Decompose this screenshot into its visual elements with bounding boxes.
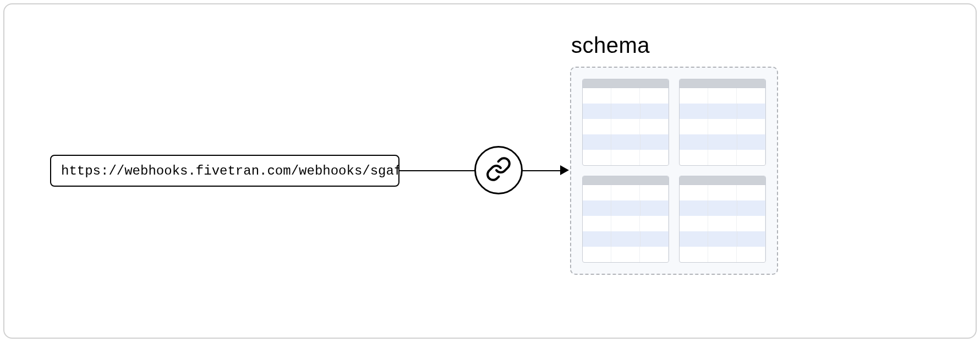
- webhook-url-box: https://webhooks.fivetran.com/webhooks/s…: [50, 155, 399, 187]
- link-icon: [485, 156, 512, 184]
- webhook-url-text: https://webhooks.fivetran.com/webhooks/s…: [61, 164, 399, 178]
- arrow-head-icon: [560, 165, 569, 175]
- schema-container: [570, 67, 778, 275]
- mini-table-body: [680, 185, 765, 262]
- mini-table: [679, 176, 766, 263]
- mini-table: [679, 79, 766, 166]
- mini-table-body: [583, 185, 669, 262]
- mini-table-body: [680, 88, 765, 165]
- mini-table: [582, 79, 669, 166]
- schema-label: schema: [571, 33, 650, 58]
- mini-table-header: [583, 79, 669, 88]
- mini-table-header: [680, 79, 765, 88]
- mini-table: [582, 176, 669, 263]
- mini-table-header: [680, 176, 765, 185]
- link-node: [474, 146, 523, 194]
- mini-table-header: [583, 176, 669, 185]
- mini-table-body: [583, 88, 669, 165]
- diagram-container: https://webhooks.fivetran.com/webhooks/s…: [3, 3, 977, 339]
